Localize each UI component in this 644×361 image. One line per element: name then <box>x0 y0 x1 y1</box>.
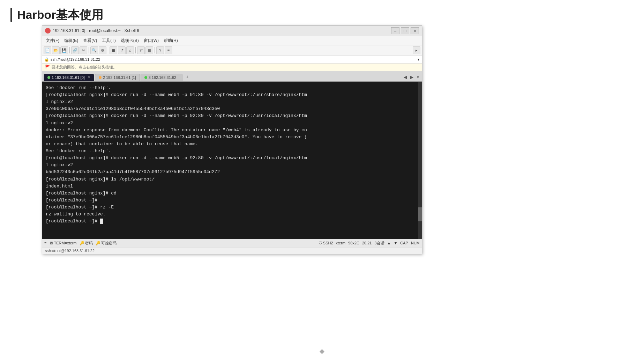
toolbar-settings[interactable]: ⚙ <box>99 46 106 54</box>
toolbar-new[interactable]: 📄 <box>44 46 51 54</box>
menubar: 文件(F) 编辑(E) 查看(V) 工具(T) 选项卡(B) 窗口(W) 帮助(… <box>42 36 422 45</box>
status-right: 🛡 SSH2 xterm 96x2C 20,21 3会话 ▲ ▼ CAP NUM <box>319 241 420 246</box>
xshell-window: 192.168.31.61 [0] - root@localhost:~ - X… <box>42 25 422 254</box>
toolbar: 📄 📂 💾 🔗 ✂ 🔍 ⚙ ⏹ ↺ ⌂ ⇄ ▦ ? ≡ ▸ <box>42 45 422 56</box>
status-ssh2: 🛡 SSH2 <box>319 241 333 245</box>
ssh-address-bar: 🔒 ssh://root@192.168.31.61:22 ▾ <box>42 56 422 64</box>
notice-icon: 🚩 <box>45 65 50 69</box>
terminal-scrollbar[interactable] <box>418 82 422 239</box>
toolbar-refresh[interactable]: ↺ <box>118 46 126 54</box>
tab-nav-left[interactable]: ◀ <box>402 74 408 80</box>
ssh2-label: SSH2 <box>323 241 333 245</box>
menu-tools[interactable]: 工具(T) <box>100 37 118 44</box>
status-sessions: 3会话 <box>374 241 384 246</box>
menu-view[interactable]: 查看(V) <box>81 37 99 44</box>
tab-bar: 1 192.168.31.61 [0] ✕ 2 192.168.31.61 [1… <box>42 71 422 82</box>
controlled-icon: 🔑 <box>96 241 100 245</box>
status-cap: CAP <box>400 241 408 245</box>
ssh2-icon: 🛡 <box>319 241 322 245</box>
tab-1-label: 1 192.168.31.61 [0] <box>52 75 85 80</box>
tab-2[interactable]: 2 192.168.31.61 [1] <box>95 74 140 81</box>
tab-3-label: 3 192.168.31.62 <box>149 75 177 80</box>
status-xterm: xterm <box>336 241 346 245</box>
menu-window[interactable]: 窗口(W) <box>142 37 161 44</box>
tab-nav-menu[interactable]: ▾ <box>415 74 420 80</box>
tab-1[interactable]: 1 192.168.31.61 [0] ✕ <box>44 74 94 81</box>
window-title-text: 192.168.31.61 [0] - root@localhost:~ - X… <box>53 28 139 33</box>
notice-text: 要求您的回答。点击右侧的箭头按钮。 <box>52 65 117 70</box>
toolbar-sep1 <box>69 47 70 53</box>
tab-1-close[interactable]: ✕ <box>88 75 90 79</box>
controlled-label: 可控密码 <box>101 241 117 246</box>
tab-3[interactable]: 3 192.168.31.62 <box>141 74 182 81</box>
terminal-scrollbar-thumb[interactable] <box>418 207 422 221</box>
menu-help[interactable]: 帮助(H) <box>162 37 180 44</box>
status-position: 20,21 <box>362 241 372 245</box>
tab-nav-right[interactable]: ▶ <box>409 74 415 80</box>
ssh-bar-dropdown[interactable]: ▾ <box>418 57 420 62</box>
ssh-address-text: ssh://root@192.168.31.61:22 <box>51 57 100 61</box>
status-menu-icon[interactable]: ≡ <box>44 241 46 245</box>
toolbar-find[interactable]: 🔍 <box>90 46 98 54</box>
statusbar: ≡ 🖥 TERM=xterm 🔑 密码 🔑 可控密码 🛡 SSH2 <box>42 239 422 247</box>
toolbar-sep5 <box>155 47 155 53</box>
bottom-address-bar: ssh://root@192.168.31.61:22 <box>42 247 422 254</box>
status-term: 🖥 TERM=xterm <box>49 241 76 245</box>
status-arrow-down[interactable]: ▼ <box>394 241 397 245</box>
toolbar-sep4 <box>135 47 136 53</box>
toolbar-layout[interactable]: ▦ <box>145 46 153 54</box>
toolbar-sep3 <box>108 47 108 53</box>
status-dimensions: 96x2C <box>348 241 359 245</box>
toolbar-more[interactable]: ▸ <box>413 46 420 54</box>
close-button[interactable]: ✕ <box>411 27 419 34</box>
tab-2-status-dot <box>99 76 102 79</box>
minimize-button[interactable]: – <box>391 27 399 34</box>
term-label: TERM=xterm <box>54 241 76 245</box>
status-num: NUM <box>411 241 420 245</box>
window-app-icon <box>45 28 51 34</box>
page-title: Harbor基本使用 <box>17 8 103 22</box>
toolbar-stop[interactable]: ⏹ <box>110 46 117 54</box>
window-titlebar: 192.168.31.61 [0] - root@localhost:~ - X… <box>42 26 422 36</box>
toolbar-transfer[interactable]: ⇄ <box>137 46 145 54</box>
tab-add-button[interactable]: + <box>183 73 192 81</box>
notice-bar: 🚩 要求您的回答。点击右侧的箭头按钮。 <box>42 64 422 71</box>
terminal-cursor <box>100 219 103 224</box>
tab-1-status-dot <box>47 76 50 79</box>
status-arrow-up[interactable]: ▲ <box>387 241 391 245</box>
ssh-lock-icon: 🔒 <box>44 57 49 62</box>
password-label: 密码 <box>85 241 93 246</box>
nav-diamond <box>320 349 324 354</box>
bottom-address-text: ssh://root@192.168.31.61:22 <box>45 249 95 253</box>
tab-nav-buttons: ◀ ▶ ▾ <box>402 74 420 81</box>
menu-file[interactable]: 文件(F) <box>44 37 61 44</box>
status-controlled: 🔑 可控密码 <box>96 241 117 246</box>
term-icon: 🖥 <box>49 241 53 245</box>
maximize-button[interactable]: □ <box>401 27 409 34</box>
status-password: 🔑 密码 <box>80 241 93 246</box>
toolbar-help[interactable]: ? <box>156 46 164 54</box>
toolbar-home[interactable]: ⌂ <box>126 46 134 54</box>
page-nav <box>320 350 324 353</box>
status-left: ≡ 🖥 TERM=xterm 🔑 密码 🔑 可控密码 <box>44 241 117 246</box>
toolbar-sep2 <box>89 47 89 53</box>
terminal-container: See 'docker run --help'. [root@localhost… <box>42 82 422 239</box>
toolbar-right-spacer: ▸ <box>413 46 420 54</box>
header-accent <box>10 8 12 22</box>
toolbar-disconnect[interactable]: ✂ <box>80 46 87 54</box>
toolbar-save[interactable]: 💾 <box>60 46 68 54</box>
tab-2-label: 2 192.168.31.61 [1] <box>103 75 136 80</box>
toolbar-connect[interactable]: 🔗 <box>71 46 79 54</box>
terminal-output[interactable]: See 'docker run --help'. [root@localhost… <box>42 82 422 239</box>
password-icon: 🔑 <box>80 241 84 245</box>
toolbar-open[interactable]: 📂 <box>52 46 60 54</box>
menu-edit[interactable]: 编辑(E) <box>62 37 80 44</box>
toolbar-info[interactable]: ≡ <box>165 46 172 54</box>
tab-3-status-dot <box>144 76 147 79</box>
menu-tabs[interactable]: 选项卡(B) <box>119 37 141 44</box>
